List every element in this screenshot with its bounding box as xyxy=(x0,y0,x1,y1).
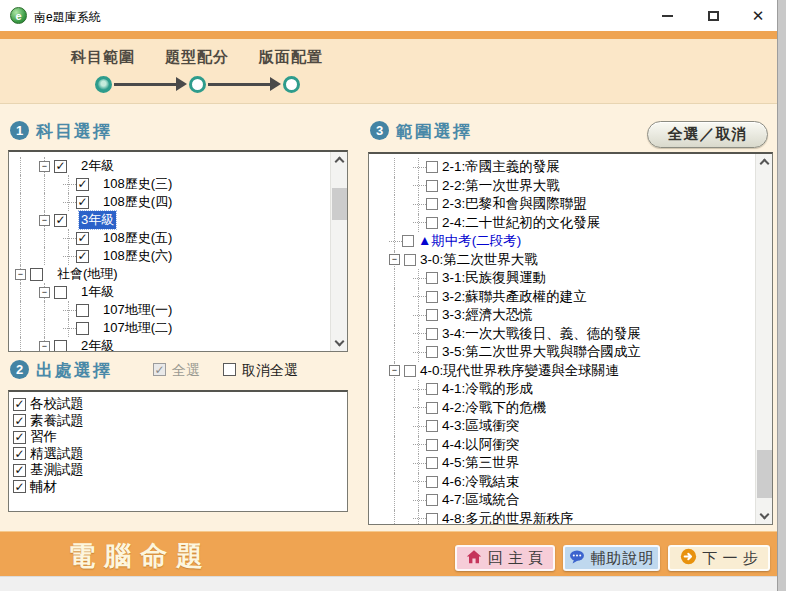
scroll-up-icon[interactable] xyxy=(760,159,770,169)
tree-node-label[interactable]: 2年級 xyxy=(79,337,116,352)
checkbox[interactable] xyxy=(76,322,89,335)
checkbox[interactable] xyxy=(404,365,416,377)
source-item-label[interactable]: 精選試題 xyxy=(30,445,84,463)
tree-node-label[interactable]: 108歷史(三) xyxy=(101,175,174,193)
home-button[interactable]: 回主頁 xyxy=(455,545,555,571)
tree-node-label[interactable]: 107地理(一) xyxy=(101,301,174,319)
tree-node-label[interactable]: 3-3:經濟大恐慌 xyxy=(440,306,535,324)
source-item-label[interactable]: 輔材 xyxy=(30,478,57,496)
tree-node-label[interactable]: 108歷史(四) xyxy=(101,193,174,211)
checkbox[interactable] xyxy=(426,457,438,469)
checkbox[interactable]: ✓ xyxy=(13,447,26,460)
expand-toggle-icon[interactable]: − xyxy=(15,269,26,280)
checkbox[interactable]: ✓ xyxy=(54,214,67,227)
tree-node-label[interactable]: 4-1:冷戰的形成 xyxy=(440,380,535,398)
checkbox[interactable] xyxy=(426,291,438,303)
tree-node-label[interactable]: 2年級 xyxy=(79,157,116,175)
tree-node-label[interactable]: 4-0:現代世界秩序變遷與全球關連 xyxy=(418,362,621,380)
tree-node-label[interactable]: 107地理(二) xyxy=(101,319,174,337)
subject-tree-scrollbar[interactable] xyxy=(330,152,347,351)
expand-toggle-icon[interactable]: − xyxy=(39,215,50,226)
checkbox[interactable] xyxy=(54,340,67,353)
checkbox[interactable]: ✓ xyxy=(13,464,26,477)
scrollbar-thumb[interactable] xyxy=(757,450,772,498)
tree-node-label[interactable]: 4-6:冷戰結束 xyxy=(440,473,521,491)
next-step-button[interactable]: 下一步 xyxy=(668,545,770,571)
checkbox[interactable] xyxy=(426,383,438,395)
scroll-down-icon[interactable] xyxy=(760,510,770,520)
expand-toggle-icon[interactable]: − xyxy=(39,341,50,352)
tree-node-label[interactable]: 108歷史(五) xyxy=(101,229,174,247)
select-all-checkbox[interactable]: ✓ xyxy=(153,363,166,376)
tree-row: −社會(地理) xyxy=(9,265,347,283)
speech-icon xyxy=(569,549,585,568)
scope-tree-scrollbar[interactable] xyxy=(755,154,772,524)
checkbox[interactable] xyxy=(426,272,438,284)
tree-node-label[interactable]: 3-2:蘇聯共產政權的建立 xyxy=(440,288,589,306)
scrollbar-thumb[interactable] xyxy=(332,188,347,220)
checkbox[interactable]: ✓ xyxy=(13,480,26,493)
tree-node-label[interactable]: 4-3:區域衝突 xyxy=(440,417,521,435)
checkbox[interactable] xyxy=(426,494,438,506)
tree-node-label[interactable]: 1年級 xyxy=(79,283,116,301)
tree-node-label[interactable]: 2-2:第一次世界大戰 xyxy=(440,177,562,195)
source-item-label[interactable]: 素養試題 xyxy=(30,412,84,430)
checkbox[interactable]: ✓ xyxy=(76,196,89,209)
tree-node-label[interactable]: 3年級 xyxy=(79,211,116,229)
checkbox[interactable] xyxy=(76,304,89,317)
checkbox[interactable] xyxy=(404,254,416,266)
tree-node-label[interactable]: 3-4:一次大戰後日、義、德的發展 xyxy=(440,325,643,343)
expand-toggle-icon[interactable]: − xyxy=(39,161,50,172)
minimize-button[interactable] xyxy=(652,5,682,26)
tree-node-label[interactable]: 4-5:第三世界 xyxy=(440,454,521,472)
tree-node-label[interactable]: ▲期中考(二段考) xyxy=(416,232,523,250)
expand-toggle-icon[interactable]: − xyxy=(389,254,400,265)
checkbox[interactable]: ✓ xyxy=(13,431,26,444)
tree-node-label[interactable]: 社會(地理) xyxy=(55,265,120,283)
checkbox[interactable]: ✓ xyxy=(76,232,89,245)
expand-toggle-icon[interactable]: − xyxy=(39,287,50,298)
select-all-toggle-button[interactable]: 全選／取消 xyxy=(647,121,768,148)
tree-node-label[interactable]: 3-0:第二次世界大戰 xyxy=(418,251,540,269)
tree-node-label[interactable]: 2-1:帝國主義的發展 xyxy=(440,158,562,176)
checkbox[interactable] xyxy=(54,286,67,299)
source-item-label[interactable]: 各校試題 xyxy=(30,395,84,413)
checkbox[interactable] xyxy=(426,180,438,192)
checkbox[interactable] xyxy=(426,198,438,210)
tree-node-label[interactable]: 2-3:巴黎和會與國際聯盟 xyxy=(440,195,589,213)
checkbox[interactable] xyxy=(426,161,438,173)
checkbox[interactable] xyxy=(30,268,43,281)
tree-node-label[interactable]: 4-2:冷戰下的危機 xyxy=(440,399,548,417)
source-item-label[interactable]: 基測試題 xyxy=(30,461,84,479)
checkbox[interactable]: ✓ xyxy=(54,160,67,173)
checkbox[interactable] xyxy=(426,420,438,432)
scroll-up-icon[interactable] xyxy=(335,157,345,167)
checkbox[interactable]: ✓ xyxy=(76,250,89,263)
tree-node-label[interactable]: 4-7:區域統合 xyxy=(440,491,521,509)
tree-node-label[interactable]: 3-1:民族復興運動 xyxy=(440,269,548,287)
checkbox[interactable] xyxy=(426,439,438,451)
checkbox[interactable]: ✓ xyxy=(76,178,89,191)
checkbox[interactable]: ✓ xyxy=(13,398,26,411)
checkbox[interactable] xyxy=(426,309,438,321)
checkbox[interactable] xyxy=(426,346,438,358)
maximize-button[interactable] xyxy=(698,5,728,26)
checkbox[interactable] xyxy=(402,235,414,247)
tree-node-label[interactable]: 2-4:二十世紀初的文化發展 xyxy=(440,214,602,232)
source-item-label[interactable]: 習作 xyxy=(30,428,57,446)
checkbox[interactable] xyxy=(426,328,438,340)
tree-node-label[interactable]: 108歷史(六) xyxy=(101,247,174,265)
expand-toggle-icon[interactable]: − xyxy=(389,365,400,376)
tree-node-label[interactable]: 3-5:第二次世界大戰與聯合國成立 xyxy=(440,343,643,361)
checkbox[interactable] xyxy=(426,476,438,488)
checkbox[interactable]: ✓ xyxy=(13,414,26,427)
checkbox[interactable] xyxy=(426,513,438,525)
checkbox[interactable] xyxy=(426,402,438,414)
tree-node-label[interactable]: 4-4:以阿衝突 xyxy=(440,436,521,454)
close-button[interactable]: ✕ xyxy=(743,5,773,26)
help-button[interactable]: 輔助說明 xyxy=(563,545,660,571)
deselect-all-checkbox[interactable] xyxy=(223,363,236,376)
checkbox[interactable] xyxy=(426,217,438,229)
scroll-down-icon[interactable] xyxy=(335,337,345,347)
tree-node-label[interactable]: 4-8:多元的世界新秩序 xyxy=(440,510,575,525)
